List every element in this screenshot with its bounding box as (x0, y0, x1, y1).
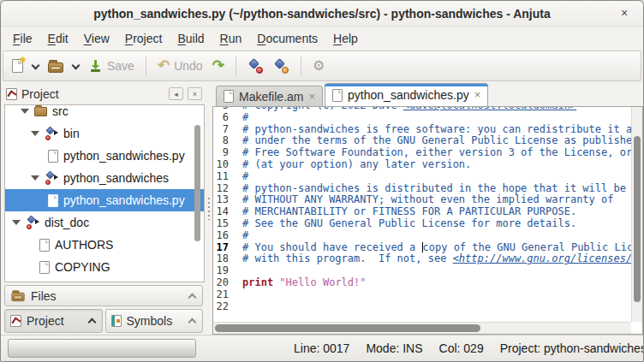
line-number: 9 (213, 147, 236, 159)
line-text (236, 265, 631, 277)
line-text: # WITHOUT ANY WARRANTY; without even the… (236, 194, 631, 206)
menubar: FileEditViewProjectBuildRunDocumentsHelp (1, 27, 643, 50)
build-button[interactable] (244, 56, 267, 76)
code-line: 10# (at your option) any later version. (213, 159, 631, 171)
menu-project[interactable]: Project (117, 29, 170, 48)
code-line: 21 (213, 289, 631, 301)
undo-button[interactable]: ↶ Undo (154, 56, 206, 75)
tree-item-bin[interactable]: bin (5, 122, 204, 145)
tree-item-copying[interactable]: COPYING (5, 256, 204, 278)
install-icon (273, 59, 289, 74)
line-text: # under the terms of the GNU General Pub… (236, 135, 631, 147)
toolbar-separator (301, 56, 301, 75)
status-mode-: Mode: INS (366, 341, 422, 355)
editor-notebook: Makefile.am × python_sandwiches.py × 5# … (212, 83, 643, 335)
tree-item-label: python_sandwiches (63, 171, 169, 185)
project-panel-icon (6, 88, 17, 100)
panel-float-button[interactable]: ◂ (169, 87, 183, 100)
gear-icon: ⚙ (313, 59, 325, 73)
files-dock-bar[interactable]: Files (4, 285, 203, 306)
expander-icon[interactable] (31, 175, 39, 181)
configure-button[interactable]: ⚙ (309, 56, 328, 75)
dock-tabs: ProjectSymbols (4, 309, 203, 333)
tab-label: Makefile.am (239, 90, 303, 104)
tree-item-python-sandwiches-py[interactable]: python_sandwiches.py (5, 189, 204, 211)
code-line: 11# (213, 171, 631, 183)
menu-help[interactable]: Help (325, 29, 366, 48)
save-label: Save (107, 59, 134, 73)
line-number: 8 (213, 135, 236, 147)
tree-item-dist-doc[interactable]: dist_doc (5, 211, 204, 234)
code-line: 18# with this program. If not, see <http… (213, 253, 631, 265)
tab-makefile-am[interactable]: Makefile.am × (216, 86, 323, 106)
target-icon (26, 217, 39, 229)
window-close-icon[interactable]: × (617, 6, 632, 21)
menu-run[interactable]: Run (212, 29, 250, 48)
expander-icon[interactable] (12, 220, 21, 225)
sidebar: Project ◂ × srcbinpython_sandwiches.pypy… (1, 83, 205, 335)
tree-item-python-sandwiches-py[interactable]: python_sandwiches.py (5, 145, 204, 167)
menu-edit[interactable]: Edit (40, 29, 76, 48)
panel-close-button[interactable]: × (188, 87, 202, 100)
line-text: # MERCHANTABILITY or FITNESS FOR A PARTI… (236, 206, 631, 218)
line-text: # See the GNU General Public License for… (236, 218, 631, 230)
dock-tab-symbols[interactable]: Symbols (105, 309, 204, 333)
open-folder-icon (48, 62, 63, 73)
document-icon (332, 89, 343, 102)
tree-item-changelog[interactable]: ChangeLog (5, 278, 204, 282)
tree-scrollbar[interactable] (194, 108, 201, 279)
new-file-icon: ★ (12, 59, 23, 73)
expander-icon[interactable] (31, 131, 39, 136)
menu-view[interactable]: View (76, 29, 117, 48)
menu-file[interactable]: File (5, 29, 40, 48)
dock-tab-project[interactable]: Project (4, 309, 103, 333)
line-number: 11 (213, 171, 236, 183)
redo-button[interactable]: ↷ (209, 57, 228, 74)
line-number: 15 (213, 218, 236, 230)
project-panel-title: Project (21, 87, 164, 101)
tree-item-label: src (52, 104, 69, 118)
open-file-button[interactable] (45, 56, 67, 75)
tree-item-label: dist_doc (45, 216, 89, 229)
open-file-dropdown-icon[interactable] (72, 61, 80, 69)
tab-close-icon[interactable]: × (308, 92, 315, 102)
menu-documents[interactable]: Documents (249, 29, 325, 48)
files-folder-icon (11, 292, 24, 300)
line-number: 12 (213, 183, 236, 195)
editor-vertical-scrollbar[interactable] (631, 107, 642, 322)
code-line: 14# MERCHANTABILITY or FITNESS FOR A PAR… (213, 206, 631, 218)
line-number: 6 (213, 112, 236, 124)
new-file-dropdown-icon[interactable] (32, 61, 40, 69)
tab-close-icon[interactable]: × (474, 90, 481, 100)
line-number: 18 (213, 253, 236, 265)
files-expand-icon[interactable] (188, 293, 197, 301)
line-text: # (at your option) any later version. (236, 159, 631, 171)
line-text: # (236, 171, 631, 183)
chevron-up-icon[interactable] (188, 318, 197, 327)
line-number: 19 (213, 265, 236, 277)
menu-build[interactable]: Build (170, 29, 212, 48)
tab-python-sandwiches-py[interactable]: python_sandwiches.py × (325, 83, 488, 106)
status-line-: Line: 0017 (294, 341, 349, 355)
line-text: # Free Software Foundation, either versi… (236, 147, 631, 159)
document-icon (39, 239, 50, 252)
install-button[interactable] (270, 56, 293, 76)
expander-icon[interactable] (21, 109, 29, 114)
save-icon (88, 59, 103, 73)
tree-item-python-sandwiches[interactable]: python_sandwiches (5, 167, 204, 189)
code-line: 16# (213, 230, 631, 242)
code-line: 20print "Hello World!" (213, 277, 631, 289)
tree-item-src[interactable]: src (5, 104, 204, 122)
new-file-button[interactable]: ★ (9, 56, 27, 75)
project-panel-header: Project ◂ × (4, 83, 205, 104)
code-line: 6# (213, 112, 631, 124)
undo-label: Undo (174, 59, 202, 73)
line-text: # (236, 112, 631, 124)
tree-item-authors[interactable]: AUTHORS (5, 234, 204, 256)
chevron-up-icon[interactable] (87, 318, 96, 327)
code-area[interactable]: 5# Copyright (C) 2022 Dave <dave@localho… (213, 107, 631, 322)
pane-splitter[interactable] (205, 83, 212, 335)
save-button[interactable]: Save (85, 56, 138, 75)
editor-horizontal-scrollbar[interactable] (213, 322, 631, 334)
main-area: Project ◂ × srcbinpython_sandwiches.pypy… (1, 83, 643, 335)
